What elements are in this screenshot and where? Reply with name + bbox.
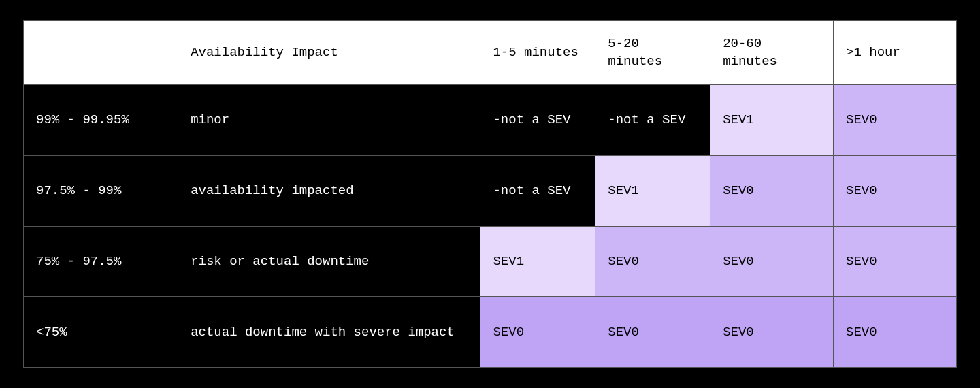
availability-range: <75% xyxy=(24,297,178,368)
severity-cell: SEV0 xyxy=(595,226,710,297)
severity-cell: SEV0 xyxy=(595,297,710,368)
table-row: 75% - 97.5%risk or actual downtimeSEV1SE… xyxy=(24,226,957,297)
severity-cell: SEV1 xyxy=(710,85,834,156)
header-availability-impact: Availability Impact xyxy=(178,21,480,85)
severity-cell: SEV0 xyxy=(834,226,957,297)
severity-cell: SEV0 xyxy=(710,226,834,297)
availability-range: 75% - 97.5% xyxy=(24,226,178,297)
severity-cell: SEV0 xyxy=(834,85,957,156)
availability-range: 97.5% - 99% xyxy=(24,155,178,226)
availability-impact-desc: minor xyxy=(178,85,480,156)
severity-cell: SEV0 xyxy=(710,297,834,368)
header-blank xyxy=(24,21,178,85)
severity-cell: -not a SEV xyxy=(480,155,595,226)
severity-cell: -not a SEV xyxy=(480,85,595,156)
availability-impact-desc: risk or actual downtime xyxy=(178,226,480,297)
severity-cell: SEV1 xyxy=(480,226,595,297)
severity-cell: SEV0 xyxy=(480,297,595,368)
availability-impact-desc: actual downtime with severe impact xyxy=(178,297,480,368)
availability-range: 99% - 99.95% xyxy=(24,85,178,156)
table-body: 99% - 99.95%minor-not a SEV-not a SEVSEV… xyxy=(24,85,957,368)
severity-cell: -not a SEV xyxy=(595,85,710,156)
severity-matrix-table: Availability Impact 1-5 minutes 5-20 min… xyxy=(23,20,957,368)
severity-cell: SEV0 xyxy=(834,297,957,368)
availability-impact-desc: availability impacted xyxy=(178,155,480,226)
header-1-5-min: 1-5 minutes xyxy=(480,21,595,85)
table-row: 99% - 99.95%minor-not a SEV-not a SEVSEV… xyxy=(24,85,957,156)
header-20-60-min: 20-60 minutes xyxy=(710,21,834,85)
header-5-20-min: 5-20 minutes xyxy=(595,21,710,85)
header-gt-1-hour: >1 hour xyxy=(834,21,957,85)
table-header-row: Availability Impact 1-5 minutes 5-20 min… xyxy=(24,21,957,85)
severity-cell: SEV0 xyxy=(834,155,957,226)
table-row: 97.5% - 99%availability impacted-not a S… xyxy=(24,155,957,226)
table-row: <75%actual downtime with severe impactSE… xyxy=(24,297,957,368)
severity-cell: SEV0 xyxy=(710,155,834,226)
severity-cell: SEV1 xyxy=(595,155,710,226)
